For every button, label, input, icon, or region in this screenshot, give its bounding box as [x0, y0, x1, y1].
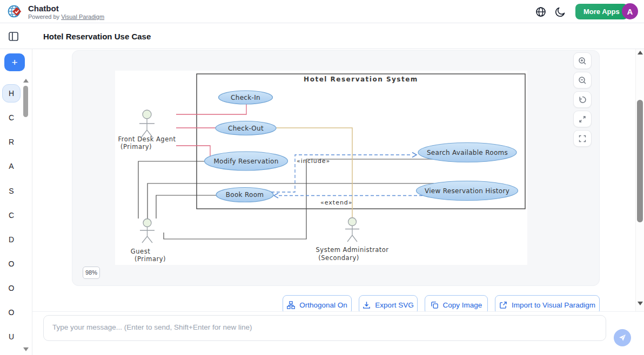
chat-scroll-down-icon[interactable]: [638, 302, 643, 305]
message-input[interactable]: [43, 315, 606, 341]
sidebar-item-2[interactable]: R: [2, 133, 21, 151]
orthogonal-toggle-label: Orthogonal On: [299, 301, 347, 309]
language-globe-icon[interactable]: [535, 6, 547, 18]
sidebar-item-4[interactable]: S: [2, 182, 21, 200]
user-avatar[interactable]: A: [622, 3, 638, 19]
sidebar-item-1[interactable]: C: [2, 108, 21, 127]
zoom-out-button[interactable]: [573, 72, 592, 88]
sidebar-item-6[interactable]: D: [2, 230, 21, 249]
zoom-out-icon: [578, 76, 587, 85]
chat-scrollbar[interactable]: [635, 49, 644, 311]
svg-text:Modify Reservation: Modify Reservation: [213, 158, 278, 165]
use-case-diagram: Hotel Reservation System: [115, 71, 527, 265]
use-case-check-out: Check-Out: [216, 121, 276, 135]
expand-arrows-icon: [578, 115, 587, 124]
expand-button[interactable]: [573, 111, 592, 127]
sidebar-item-9[interactable]: O: [2, 303, 21, 322]
uml-diagram-canvas: Hotel Reservation System: [115, 71, 527, 265]
sidebar-toggle-icon[interactable]: [9, 32, 18, 41]
visual-paradigm-link[interactable]: Visual Paradigm: [61, 13, 104, 20]
use-case-book-room: Book Room: [216, 188, 273, 202]
download-icon: [363, 301, 371, 309]
svg-text:Check-Out: Check-Out: [228, 125, 264, 132]
actor-admin-name: System Administrator: [316, 246, 389, 254]
sidebar-item-7[interactable]: O: [2, 255, 21, 273]
export-svg-label: Export SVG: [375, 301, 413, 309]
copy-icon: [431, 301, 439, 309]
svg-text:Check-In: Check-In: [231, 94, 260, 101]
powered-by: Powered by Visual Paradigm: [28, 13, 104, 20]
extend-stereotype-label: «extend»: [320, 199, 353, 206]
zoom-in-button[interactable]: [573, 52, 592, 69]
include-stereotype-label: «include»: [297, 158, 330, 165]
sidebar-scroll-up-icon[interactable]: [23, 79, 29, 83]
actor-system-administrator: System Administrator (Secondary): [316, 218, 389, 262]
actor-front-desk-name: Front Desk Agent: [118, 135, 176, 143]
actor-guest: Guest (Primary): [131, 219, 166, 263]
fullscreen-button[interactable]: [573, 130, 592, 147]
more-apps-button[interactable]: More Apps: [575, 4, 628, 19]
reset-view-button[interactable]: [573, 91, 592, 108]
actor-admin-role: (Secondary): [318, 254, 359, 262]
send-plane-icon: [618, 333, 627, 342]
powered-by-prefix: Powered by: [28, 13, 59, 20]
top-header: Chatbot Powered by Visual Paradigm More …: [0, 0, 644, 23]
app-title: Chatbot: [28, 4, 59, 13]
viewer-controls: [573, 52, 592, 147]
actor-guest-role: (Primary): [135, 255, 166, 263]
use-case-search-available-rooms: Search Available Rooms: [418, 143, 516, 162]
use-case-modify-reservation: Modify Reservation: [205, 152, 288, 170]
chat-scrollbar-thumb[interactable]: [637, 100, 643, 222]
chat-input-bar: [32, 311, 644, 355]
svg-text:Search Available Rooms: Search Available Rooms: [427, 149, 508, 156]
send-button[interactable]: [614, 329, 631, 346]
system-boundary-title: Hotel Reservation System: [304, 76, 418, 83]
sidebar-item-5[interactable]: C: [2, 206, 21, 224]
conversation-title: Hotel Reservation Use Case: [43, 32, 151, 41]
new-chat-button[interactable]: +: [4, 53, 25, 71]
external-link-icon: [499, 301, 507, 309]
sidebar-scrollbar-thumb[interactable]: [23, 86, 28, 117]
actor-guest-name: Guest: [131, 248, 150, 255]
actor-front-desk-role: (Primary): [120, 143, 152, 151]
svg-text:Book Room: Book Room: [226, 191, 264, 199]
use-case-view-reservation-history: View Reservation History: [417, 181, 518, 201]
sidebar-item-8[interactable]: O: [2, 279, 21, 297]
zoom-level-badge: 98%: [83, 267, 100, 279]
reset-rotate-icon: [578, 95, 587, 104]
use-case-check-in: Check-In: [219, 91, 273, 104]
sidebar-scroll-down-icon[interactable]: [23, 347, 29, 351]
fullscreen-brackets-icon: [578, 134, 587, 143]
copy-image-label: Copy Image: [443, 301, 482, 309]
actor-front-desk-agent: Front Desk Agent (Primary): [118, 110, 176, 151]
import-to-visual-paradigm-label: Import to Visual Paradigm: [512, 301, 595, 309]
conversation-sidebar: + H C R A S C D O O O U: [0, 49, 32, 355]
dark-mode-moon-icon[interactable]: [554, 6, 566, 18]
visual-paradigm-logo: [7, 4, 23, 19]
orthogonal-icon: [287, 301, 295, 309]
sidebar-item-10[interactable]: U: [2, 327, 21, 346]
svg-text:View Reservation History: View Reservation History: [425, 187, 509, 195]
diagram-message-card: Hotel Reservation System: [72, 50, 600, 286]
chat-scroll-up-icon[interactable]: [638, 51, 643, 54]
sidebar-item-3[interactable]: A: [2, 157, 21, 175]
sidebar-item-0[interactable]: H: [2, 84, 21, 103]
app-window: Chatbot Powered by Visual Paradigm More …: [0, 0, 644, 355]
zoom-in-icon: [578, 57, 587, 65]
